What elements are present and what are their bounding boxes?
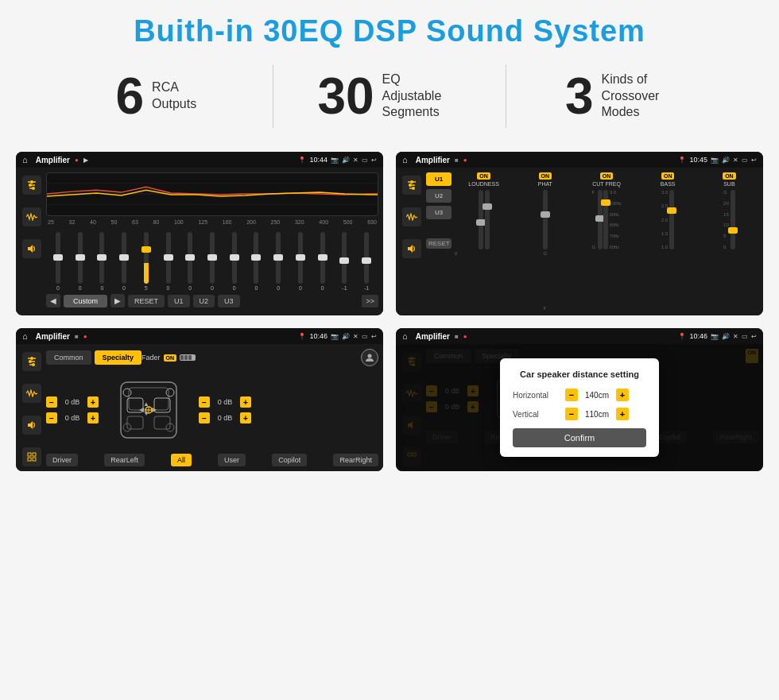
db-plus-fr[interactable]: + xyxy=(240,396,251,408)
home-icon-eq[interactable]: ⌂ xyxy=(22,155,28,164)
eq-slider-7[interactable]: 0 xyxy=(180,232,200,291)
camera-icon-dialog[interactable]: 📷 xyxy=(711,333,719,340)
cutfreq-label: CUT FREQ xyxy=(592,181,621,187)
cutfreq-slider-2[interactable] xyxy=(603,190,608,249)
eq-slider-13[interactable]: 0 xyxy=(312,232,333,291)
eq-more-button[interactable]: >> xyxy=(362,295,378,307)
window-icon-specialty[interactable]: ▭ xyxy=(362,333,368,340)
eq-slider-12[interactable]: 0 xyxy=(290,232,311,291)
crossover-speaker-icon[interactable] xyxy=(402,239,421,258)
specialty-wave-icon[interactable] xyxy=(22,384,41,403)
window-icon-eq[interactable]: ▭ xyxy=(362,157,368,164)
horizontal-minus-button[interactable]: − xyxy=(565,389,578,401)
eq-slider-2[interactable]: 0 xyxy=(70,232,91,291)
eq-slider-5[interactable]: 5 xyxy=(136,232,157,291)
back-icon-dialog[interactable]: ↩ xyxy=(751,333,757,340)
home-icon-specialty[interactable]: ⌂ xyxy=(22,331,28,341)
loudness-slider-1[interactable] xyxy=(479,190,483,249)
eq-prev-button[interactable]: ◀ xyxy=(46,294,60,307)
loudness-slider-2[interactable] xyxy=(485,190,490,249)
copilot-button[interactable]: Copilot xyxy=(272,454,307,466)
rearright-button[interactable]: RearRight xyxy=(333,454,378,466)
volume-icon-eq[interactable]: 🔊 xyxy=(342,157,350,164)
fader-slider-mini[interactable] xyxy=(180,354,196,361)
eq-slider-11[interactable]: 0 xyxy=(268,232,289,291)
speaker-distance-dialog: Car speaker distance setting Horizontal … xyxy=(500,358,659,457)
crossover-wave-icon[interactable] xyxy=(402,207,421,226)
tab-specialty[interactable]: Specialty xyxy=(95,350,142,365)
vertical-minus-button[interactable]: − xyxy=(565,408,578,420)
x-icon-dialog[interactable]: ✕ xyxy=(733,333,738,340)
tab-common[interactable]: Common xyxy=(46,350,91,365)
eq-slider-4[interactable]: 0 xyxy=(114,232,134,291)
eq-next-button[interactable]: ▶ xyxy=(110,294,125,307)
eq-u1-button[interactable]: U1 xyxy=(168,295,190,307)
bass-col: ON BASS 3.02.52.01.51.0 xyxy=(639,172,697,311)
crossover-u3-button[interactable]: U3 xyxy=(426,206,452,219)
rearleft-button[interactable]: RearLeft xyxy=(104,454,145,466)
db-minus-rl[interactable]: − xyxy=(46,412,57,423)
eq-slider-10[interactable]: 0 xyxy=(246,232,267,291)
db-row-rr: − 0 dB + xyxy=(199,412,251,423)
specialty-channel-icon[interactable] xyxy=(22,447,41,466)
location-icon-dialog: 📍 xyxy=(678,333,686,340)
eq-slider-15[interactable]: -1 xyxy=(356,232,377,291)
eq-reset-button[interactable]: RESET xyxy=(128,295,165,307)
crossover-reset-button[interactable]: RESET xyxy=(426,238,452,249)
eq-slider-6[interactable]: 0 xyxy=(158,232,179,291)
window-icon-crossover[interactable]: ▭ xyxy=(742,157,748,164)
back-icon-specialty[interactable]: ↩ xyxy=(371,333,377,340)
db-plus-rl[interactable]: + xyxy=(87,412,99,423)
cutfreq-on-badge: ON xyxy=(600,172,614,180)
camera-icon-specialty[interactable]: 📷 xyxy=(331,333,339,340)
window-icon-dialog[interactable]: ▭ xyxy=(742,333,748,340)
eq-slider-14[interactable]: -1 xyxy=(335,232,355,291)
x-icon-crossover[interactable]: ✕ xyxy=(733,157,738,164)
specialty-speaker-icon[interactable] xyxy=(22,416,41,435)
db-minus-fr[interactable]: − xyxy=(199,396,210,408)
crossover-u1-button[interactable]: U1 xyxy=(426,172,452,186)
volume-icon-dialog[interactable]: 🔊 xyxy=(722,333,730,340)
eq-slider-8[interactable]: 0 xyxy=(202,232,223,291)
home-icon-dialog[interactable]: ⌂ xyxy=(402,331,408,341)
cutfreq-sliders: FG 3.0 100Hz xyxy=(591,190,621,249)
camera-icon-crossover[interactable]: 📷 xyxy=(711,157,719,164)
eq-slider-1[interactable]: 0 xyxy=(48,232,68,291)
svg-text:▶: ▶ xyxy=(152,406,157,413)
driver-button[interactable]: Driver xyxy=(46,454,78,466)
all-button[interactable]: All xyxy=(171,454,192,466)
crossover-filter-icon[interactable] xyxy=(402,176,421,195)
profile-icon-specialty[interactable] xyxy=(361,349,378,366)
eq-wave-icon[interactable] xyxy=(22,207,41,226)
db-plus-fl[interactable]: + xyxy=(87,396,99,408)
eq-speaker-icon[interactable] xyxy=(22,239,41,258)
sub-sliders: G20151050 xyxy=(723,190,735,249)
volume-icon-specialty[interactable]: 🔊 xyxy=(342,333,350,340)
specialty-filter-icon[interactable] xyxy=(22,352,41,371)
x-icon-eq[interactable]: ✕ xyxy=(353,157,358,164)
confirm-button[interactable]: Confirm xyxy=(513,428,646,447)
sub-slider[interactable] xyxy=(731,190,735,249)
bass-slider[interactable] xyxy=(669,190,674,249)
camera-icon-eq[interactable]: 📷 xyxy=(331,157,339,164)
phat-slider-1[interactable] xyxy=(543,190,548,249)
user-button[interactable]: User xyxy=(218,454,246,466)
eq-u2-button[interactable]: U2 xyxy=(193,295,215,307)
db-plus-rr[interactable]: + xyxy=(240,412,251,423)
eq-slider-3[interactable]: 0 xyxy=(91,232,112,291)
time-dialog: 10:46 xyxy=(689,332,707,340)
eq-filter-icon[interactable] xyxy=(22,176,41,195)
x-icon-specialty[interactable]: ✕ xyxy=(353,333,358,340)
home-icon-crossover[interactable]: ⌂ xyxy=(402,155,408,164)
back-icon-crossover[interactable]: ↩ xyxy=(751,157,757,164)
vertical-plus-button[interactable]: + xyxy=(616,408,629,420)
play-icon-eq[interactable]: ▶ xyxy=(83,157,88,164)
db-minus-fl[interactable]: − xyxy=(46,396,57,408)
db-minus-rr[interactable]: − xyxy=(199,412,210,423)
back-icon-eq[interactable]: ↩ xyxy=(371,157,377,164)
crossover-u2-button[interactable]: U2 xyxy=(426,189,452,203)
horizontal-plus-button[interactable]: + xyxy=(616,389,629,401)
volume-icon-crossover[interactable]: 🔊 xyxy=(722,157,730,164)
eq-u3-button[interactable]: U3 xyxy=(218,295,240,307)
eq-slider-9[interactable]: 0 xyxy=(224,232,245,291)
